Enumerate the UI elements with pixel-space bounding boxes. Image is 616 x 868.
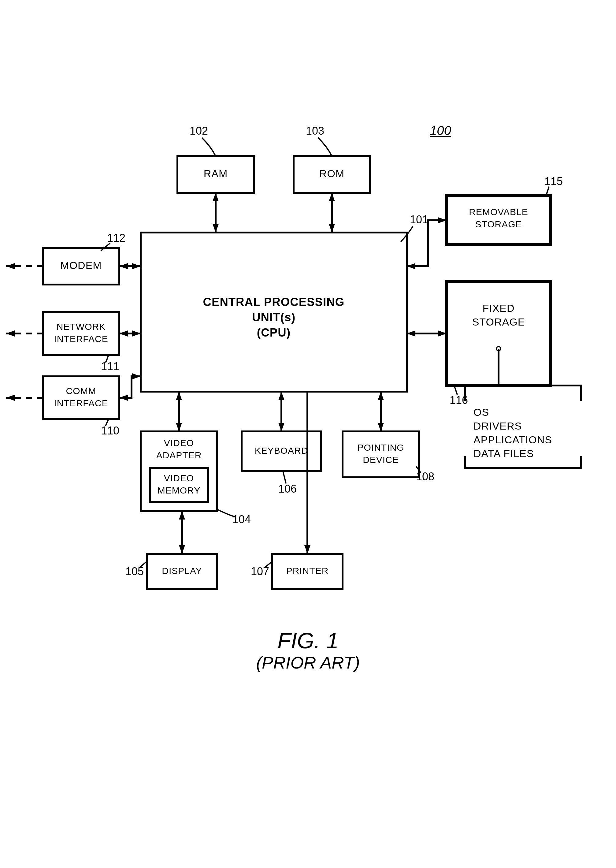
conn-net-cpu xyxy=(119,330,141,337)
modem-label: MODEM xyxy=(60,259,102,271)
cpu-label-3: (CPU) xyxy=(257,326,291,339)
storage-apps: APPLICATIONS xyxy=(473,434,552,445)
figure-subtitle: (PRIOR ART) xyxy=(256,653,360,672)
svg-text:106: 106 xyxy=(278,483,297,495)
display-block: DISPLAY xyxy=(147,554,217,589)
ref-106: 106 xyxy=(278,471,297,495)
conn-video-display xyxy=(179,511,185,554)
conn-cpu-keyboard xyxy=(278,392,284,431)
ref-104: 104 xyxy=(217,509,251,526)
ref-103: 103 xyxy=(306,124,332,156)
rom-label: ROM xyxy=(319,168,344,179)
comm-label-2: INTERFACE xyxy=(54,398,108,408)
printer-block: PRINTER xyxy=(272,554,343,589)
network-label-1: NETWORK xyxy=(57,322,105,332)
ram-label: RAM xyxy=(204,168,228,179)
pointing-label-2: DEVICE xyxy=(363,454,399,465)
video-mem-2: MEMORY xyxy=(157,485,200,495)
conn-cpu-fixed xyxy=(407,330,446,337)
ref-101: 101 xyxy=(401,213,428,242)
video-label-2: ADAPTER xyxy=(156,450,202,460)
fixed-label-1: FIXED xyxy=(482,302,514,314)
cpu-label-1: CENTRAL PROCESSING xyxy=(203,296,345,308)
ram-block: RAM xyxy=(178,156,254,193)
cpu-block: CENTRAL PROCESSING UNIT(s) (CPU) xyxy=(141,233,407,392)
storage-drv: DRIVERS xyxy=(473,420,522,432)
ref-108: 108 xyxy=(416,467,434,483)
video-adapter-block: VIDEO ADAPTER VIDEO MEMORY xyxy=(141,431,217,511)
ref-102: 102 xyxy=(190,124,215,156)
figure-number: FIG. 1 xyxy=(277,629,339,653)
conn-rom-cpu xyxy=(329,193,335,233)
display-label: DISPLAY xyxy=(162,566,202,576)
ref-115: 115 xyxy=(544,175,563,196)
printer-label: PRINTER xyxy=(286,566,329,576)
video-label-1: VIDEO xyxy=(164,438,194,448)
svg-text:103: 103 xyxy=(306,124,324,137)
removable-label-2: STORAGE xyxy=(475,219,522,229)
svg-text:104: 104 xyxy=(233,513,251,526)
storage-contents: OS DRIVERS APPLICATIONS DATA FILES xyxy=(465,385,581,468)
svg-text:115: 115 xyxy=(544,175,563,187)
keyboard-label: KEYBOARD xyxy=(255,445,308,456)
conn-cpu-pointing xyxy=(378,392,384,431)
svg-text:110: 110 xyxy=(101,425,119,437)
conn-modem-cpu xyxy=(119,263,141,269)
svg-text:112: 112 xyxy=(107,232,126,244)
ref-110: 110 xyxy=(101,419,119,437)
svg-text:101: 101 xyxy=(410,213,428,226)
conn-modem-out xyxy=(6,263,43,269)
svg-text:108: 108 xyxy=(416,470,434,483)
ref-105: 105 xyxy=(126,561,147,578)
video-mem-1: VIDEO xyxy=(164,473,194,483)
removable-storage-block: REMOVABLE STORAGE xyxy=(446,196,550,245)
rom-block: ROM xyxy=(294,156,370,193)
svg-text:116: 116 xyxy=(449,394,468,406)
conn-net-out xyxy=(6,330,43,337)
fixed-label-2: STORAGE xyxy=(472,316,525,328)
conn-comm-out xyxy=(6,395,43,401)
pointing-device-block: POINTING DEVICE xyxy=(343,431,419,477)
pointing-label-1: POINTING xyxy=(357,442,404,453)
conn-cpu-video xyxy=(176,392,182,431)
cpu-label-2: UNIT(s) xyxy=(252,311,295,324)
ref-107: 107 xyxy=(251,561,272,578)
storage-data: DATA FILES xyxy=(473,448,534,459)
keyboard-block: KEYBOARD xyxy=(242,431,321,471)
conn-cpu-printer xyxy=(304,392,310,554)
storage-os: OS xyxy=(473,406,489,418)
ref-111: 111 xyxy=(101,355,119,373)
removable-label-1: REMOVABLE xyxy=(469,207,528,217)
svg-text:102: 102 xyxy=(190,124,208,137)
conn-ram-cpu xyxy=(212,193,219,233)
svg-text:111: 111 xyxy=(101,360,119,373)
modem-block: MODEM xyxy=(43,248,119,285)
comm-interface-block: COMM INTERFACE xyxy=(43,376,119,419)
comm-label-1: COMM xyxy=(66,386,96,396)
ref-100: 100 xyxy=(430,123,451,138)
fixed-storage-block: FIXED STORAGE xyxy=(446,281,550,385)
network-interface-block: NETWORK INTERFACE xyxy=(43,312,119,355)
conn-comm-cpu xyxy=(119,373,141,401)
network-label-2: INTERFACE xyxy=(54,334,108,344)
